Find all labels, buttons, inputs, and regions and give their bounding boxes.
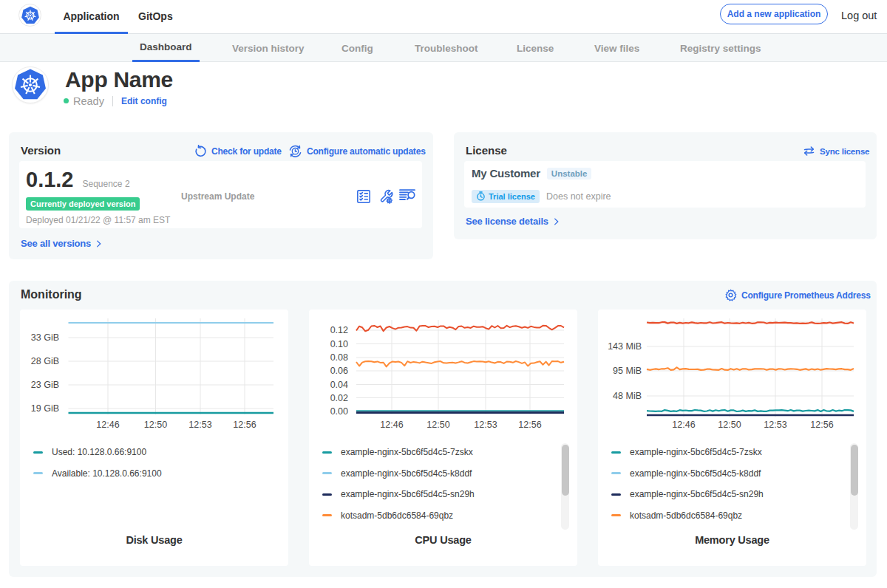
svg-text:23 GiB: 23 GiB: [31, 380, 59, 390]
svg-text:12:56: 12:56: [233, 420, 256, 430]
svg-text:0.12: 0.12: [330, 325, 348, 335]
svg-text:12:53: 12:53: [188, 420, 211, 430]
svg-text:0.00: 0.00: [330, 406, 348, 417]
svg-text:12:56: 12:56: [518, 420, 541, 430]
svg-text:48 MiB: 48 MiB: [613, 391, 642, 401]
svg-text:12:50: 12:50: [718, 420, 741, 430]
svg-text:143 MiB: 143 MiB: [608, 341, 642, 352]
svg-text:12:53: 12:53: [764, 420, 786, 430]
svg-text:12:46: 12:46: [96, 420, 119, 430]
svg-text:33 GiB: 33 GiB: [31, 332, 59, 343]
svg-text:12:56: 12:56: [810, 420, 833, 430]
svg-text:28 GiB: 28 GiB: [31, 356, 59, 366]
svg-text:95 MiB: 95 MiB: [613, 366, 642, 376]
svg-text:12:46: 12:46: [672, 420, 695, 430]
svg-text:19 GiB: 19 GiB: [31, 403, 59, 414]
svg-text:0.10: 0.10: [330, 339, 348, 349]
svg-text:0.08: 0.08: [330, 352, 348, 363]
svg-text:0.04: 0.04: [330, 380, 348, 390]
svg-text:12:50: 12:50: [426, 420, 449, 430]
svg-text:12:50: 12:50: [144, 420, 167, 430]
svg-text:12:46: 12:46: [380, 420, 403, 430]
svg-text:0.02: 0.02: [330, 393, 348, 403]
svg-text:12:53: 12:53: [474, 420, 497, 430]
svg-text:0.06: 0.06: [330, 366, 348, 376]
